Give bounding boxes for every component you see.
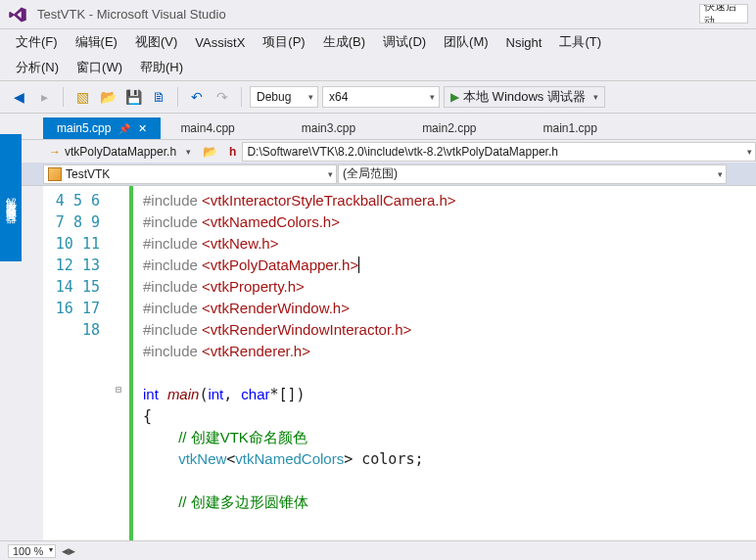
fold-gutter[interactable]: ⊟ [116, 186, 129, 540]
menu-project[interactable]: 项目(P) [255, 30, 312, 54]
project-icon [48, 167, 62, 181]
tab-main4[interactable]: main4.cpp [166, 117, 248, 139]
undo-button[interactable]: ↶ [186, 86, 208, 108]
start-debug-button[interactable]: ▶ 本地 Windows 调试器 ▾ [444, 86, 605, 108]
new-project-button[interactable]: ▧ [71, 86, 93, 108]
symbol-scope-select[interactable]: (全局范围) [338, 164, 727, 184]
arrow-icon: → [49, 145, 61, 159]
code-area[interactable]: #include <vtkInteractorStyleTrackballCam… [133, 186, 756, 540]
tab-label: main5.cpp [57, 121, 111, 135]
menu-build[interactable]: 生成(B) [315, 30, 373, 54]
path-dropdown[interactable]: D:\Software\VTK\8.2.0\include\vtk-8.2\vt… [242, 142, 756, 162]
editor-tabstrip: main5.cpp 📌 ✕ main4.cpp main3.cpp main2.… [0, 114, 756, 139]
close-icon[interactable]: ✕ [138, 122, 147, 135]
menubar-row2: 分析(N) 窗口(W) 帮助(H) [0, 55, 756, 80]
tab-main3[interactable]: main3.cpp [288, 117, 369, 139]
titlebar: TestVTK - Microsoft Visual Studio ▾ ⚐ 快速… [0, 0, 756, 29]
vs-logo-icon [8, 5, 27, 24]
scope-label: TestVTK [66, 167, 110, 181]
play-icon: ▶ [450, 90, 459, 104]
menu-file[interactable]: 文件(F) [8, 30, 66, 54]
menu-team[interactable]: 团队(M) [436, 30, 496, 54]
open-file-button[interactable]: 📂 [97, 86, 118, 108]
pin-icon[interactable]: 📌 [118, 123, 130, 134]
toolbar-sep [241, 87, 242, 107]
quick-launch-input[interactable]: 快速启动 [699, 4, 748, 23]
menu-analyze[interactable]: 分析(N) [8, 56, 67, 79]
open-file-icon[interactable]: 📂 [197, 140, 223, 163]
toolbar-sep [63, 87, 64, 107]
nav-back-button[interactable]: ◀ [8, 86, 29, 108]
window-title: TestVTK - Microsoft Visual Studio [37, 7, 714, 22]
expand-icon[interactable]: ◀▶ [62, 546, 75, 556]
breadcrumb-bar: → vtkPolyDataMapper.h ▾ 📂 h D:\Software\… [0, 139, 756, 163]
scope-navbar: TestVTK (全局范围) [0, 163, 756, 186]
menu-edit[interactable]: 编辑(E) [68, 30, 125, 54]
menu-nsight[interactable]: Nsight [498, 32, 550, 53]
menu-view[interactable]: 视图(V) [127, 30, 185, 54]
chevron-down-icon: ▾ [593, 92, 598, 102]
menu-debug[interactable]: 调试(D) [375, 30, 434, 54]
project-scope-select[interactable]: TestVTK [43, 164, 337, 184]
tab-main1[interactable]: main1.cpp [530, 117, 611, 139]
redo-button[interactable]: ↷ [212, 86, 233, 108]
line-gutter: 4 5 6 7 8 9 10 11 12 13 14 15 16 17 18 [43, 186, 116, 540]
zoom-select[interactable]: 100 % [8, 544, 56, 558]
save-button[interactable]: 💾 [122, 86, 144, 108]
menu-window[interactable]: 窗口(W) [69, 56, 130, 79]
file-name: vtkPolyDataMapper.h [65, 145, 176, 159]
menu-vassistx[interactable]: VAssistX [187, 32, 253, 53]
toolbar: ◀ ▸ ▧ 📂 💾 🗎 ↶ ↷ Debug x64 ▶ 本地 Windows 调… [0, 80, 756, 114]
file-dropdown[interactable]: → vtkPolyDataMapper.h ▾ [43, 140, 197, 163]
statusbar: 100 % ◀▶ [0, 540, 756, 560]
nav-fwd-button[interactable]: ▸ [33, 86, 55, 108]
tab-main2[interactable]: main2.cpp [408, 117, 490, 139]
file-type-icon: h [223, 140, 242, 163]
start-debug-label: 本地 Windows 调试器 [463, 88, 586, 106]
menubar: 文件(F) 编辑(E) 视图(V) VAssistX 项目(P) 生成(B) 调… [0, 29, 756, 55]
menu-tools[interactable]: 工具(T) [551, 30, 609, 54]
solution-explorer-tab[interactable]: 解决方案资源管理器 [0, 134, 22, 261]
platform-select[interactable]: x64 [322, 86, 440, 108]
code-editor[interactable]: 4 5 6 7 8 9 10 11 12 13 14 15 16 17 18 ⊟… [43, 186, 756, 540]
config-select[interactable]: Debug [250, 86, 318, 108]
toolbar-sep [177, 87, 178, 107]
save-all-button[interactable]: 🗎 [148, 86, 169, 108]
tab-main5[interactable]: main5.cpp 📌 ✕ [43, 117, 161, 139]
menu-help[interactable]: 帮助(H) [132, 56, 191, 79]
